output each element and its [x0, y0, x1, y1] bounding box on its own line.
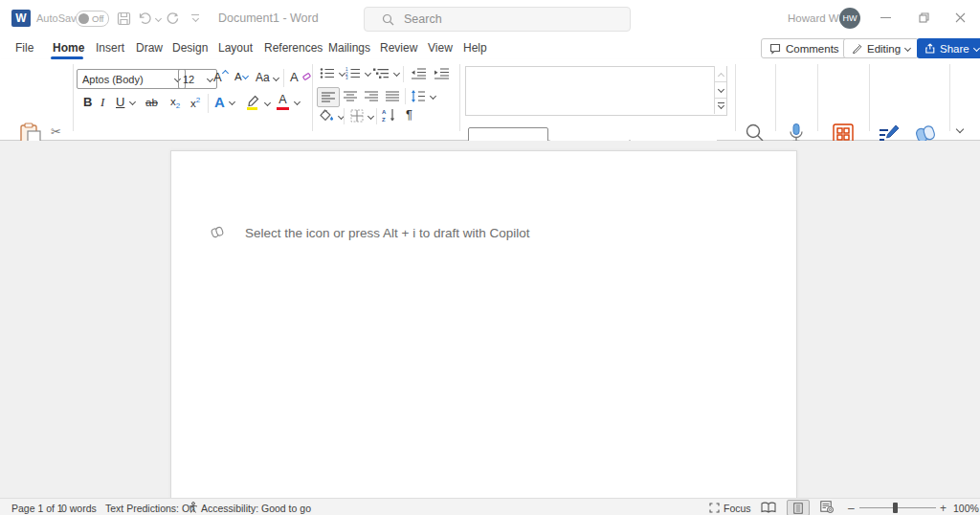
accessibility-status[interactable]: Accessibility: Good to go — [201, 503, 311, 514]
align-right-button[interactable] — [365, 91, 379, 101]
zoom-in-button[interactable]: + — [940, 502, 947, 515]
close-button[interactable] — [955, 12, 966, 23]
text-effects-button[interactable]: A — [214, 94, 234, 110]
close-icon — [955, 12, 966, 23]
document-page[interactable]: Select the icon or press Alt + i to draf… — [170, 150, 797, 499]
restore-button[interactable] — [919, 12, 929, 23]
read-mode-button[interactable] — [761, 502, 776, 513]
grow-font-letter: A — [213, 70, 222, 84]
styles-more-button[interactable] — [715, 99, 726, 114]
focus-button[interactable]: Focus — [724, 503, 751, 514]
focus-icon — [709, 503, 720, 513]
tab-design[interactable]: Design — [172, 41, 208, 55]
zoom-out-button[interactable]: – — [848, 502, 855, 515]
word-logo-icon: W — [11, 10, 31, 27]
tab-layout[interactable]: Layout — [218, 41, 253, 55]
shading-button[interactable] — [320, 109, 344, 123]
comments-button[interactable]: Comments — [761, 38, 848, 58]
justify-button[interactable] — [386, 91, 400, 101]
tab-insert[interactable]: Insert — [96, 41, 124, 55]
zoom-slider-track[interactable] — [859, 507, 936, 508]
word-count[interactable]: 0 words — [61, 503, 97, 514]
print-layout-button[interactable] — [787, 500, 810, 515]
text-predictions[interactable]: Text Predictions: On — [105, 503, 195, 514]
page-info[interactable]: Page 1 of 1 — [11, 503, 63, 514]
subscript-button[interactable]: x2 — [170, 96, 180, 110]
clear-formatting-button[interactable]: A — [290, 70, 310, 84]
decrease-indent-button[interactable] — [411, 67, 427, 79]
word-logo-letter: W — [15, 11, 26, 25]
undo-dropdown-chevron-icon[interactable] — [155, 14, 162, 21]
autosave-toggle-knob — [78, 13, 89, 24]
pilcrow-glyph: ¶ — [406, 107, 412, 122]
tab-review[interactable]: Review — [380, 41, 417, 55]
bold-letter: B — [83, 95, 92, 109]
copilot-draft-icon[interactable] — [210, 225, 225, 239]
tab-mailings[interactable]: Mailings — [328, 41, 370, 55]
search-box[interactable]: Search — [364, 7, 631, 32]
sort-icon: A Z — [382, 108, 397, 122]
increase-indent-button[interactable] — [434, 67, 450, 79]
avatar[interactable]: HW — [839, 8, 860, 29]
tab-view[interactable]: View — [428, 41, 453, 55]
strikethrough-letters: ab — [145, 97, 158, 108]
show-marks-button[interactable]: ¶ — [406, 107, 412, 122]
line-spacing-button[interactable] — [411, 90, 435, 102]
zoom-slider-handle[interactable] — [893, 503, 898, 513]
cut-button[interactable]: ✂ — [51, 124, 61, 139]
bullets-button[interactable] — [320, 67, 345, 79]
highlighter-icon — [245, 95, 259, 110]
align-center-button[interactable] — [344, 91, 358, 101]
share-chevron-icon — [973, 45, 980, 52]
tab-file[interactable]: File — [15, 41, 33, 55]
read-mode-icon — [761, 502, 776, 513]
zoom-level[interactable]: 100% — [953, 503, 979, 514]
grow-font-button[interactable]: A — [213, 70, 227, 84]
minimize-button[interactable] — [880, 17, 891, 18]
collapse-ribbon-button[interactable] — [957, 119, 963, 136]
font-color-chevron-icon — [294, 99, 301, 105]
tab-draw[interactable]: Draw — [136, 41, 163, 55]
tab-references[interactable]: References — [264, 41, 323, 55]
shrink-font-button[interactable]: A — [234, 71, 247, 82]
multilevel-list-button[interactable] — [373, 67, 399, 79]
tab-home[interactable]: Home — [53, 41, 84, 55]
share-button[interactable]: Share — [917, 38, 980, 58]
sort-letter-a: A — [382, 109, 387, 115]
borders-button[interactable] — [350, 109, 373, 123]
save-button[interactable] — [117, 11, 131, 26]
underline-button[interactable]: U — [116, 95, 135, 109]
change-case-button[interactable]: Aa — [256, 71, 278, 84]
underline-letter: U — [116, 95, 124, 109]
styles-gallery — [465, 66, 727, 116]
redo-button[interactable] — [165, 11, 180, 26]
quick-access-customize-button[interactable] — [191, 14, 199, 21]
increase-indent-icon — [434, 67, 450, 79]
numbering-chevron-icon — [365, 70, 371, 77]
sort-letter-z: Z — [382, 117, 386, 123]
highlight-button[interactable] — [245, 95, 270, 110]
styles-scroll-down-button[interactable] — [715, 82, 726, 99]
web-layout-icon — [820, 501, 834, 513]
align-left-button[interactable] — [317, 87, 340, 107]
text-effects-letter: A — [214, 94, 225, 110]
web-layout-button[interactable] — [820, 501, 834, 513]
autosave-toggle[interactable]: Off — [76, 11, 109, 27]
share-icon — [924, 43, 935, 54]
sort-button[interactable]: A Z — [382, 108, 397, 122]
styles-scroll-up-button[interactable] — [715, 66, 726, 82]
strikethrough-button[interactable]: ab — [145, 97, 158, 108]
highlight-chevron-icon — [264, 99, 271, 105]
font-name-combobox[interactable]: Aptos (Body) — [77, 69, 186, 89]
justify-icon — [386, 91, 400, 101]
font-color-button[interactable]: A — [277, 94, 300, 110]
bold-button[interactable]: B — [83, 95, 92, 109]
superscript-button[interactable]: x2 — [190, 96, 200, 109]
italic-button[interactable]: I — [100, 95, 104, 110]
numbering-button[interactable]: 123 — [345, 67, 370, 79]
undo-button[interactable] — [137, 11, 161, 26]
underline-chevron-icon[interactable] — [129, 99, 136, 105]
font-size-combobox[interactable]: 12 — [178, 69, 217, 89]
editing-mode-button[interactable]: Editing — [843, 38, 919, 58]
tab-help[interactable]: Help — [463, 41, 487, 55]
